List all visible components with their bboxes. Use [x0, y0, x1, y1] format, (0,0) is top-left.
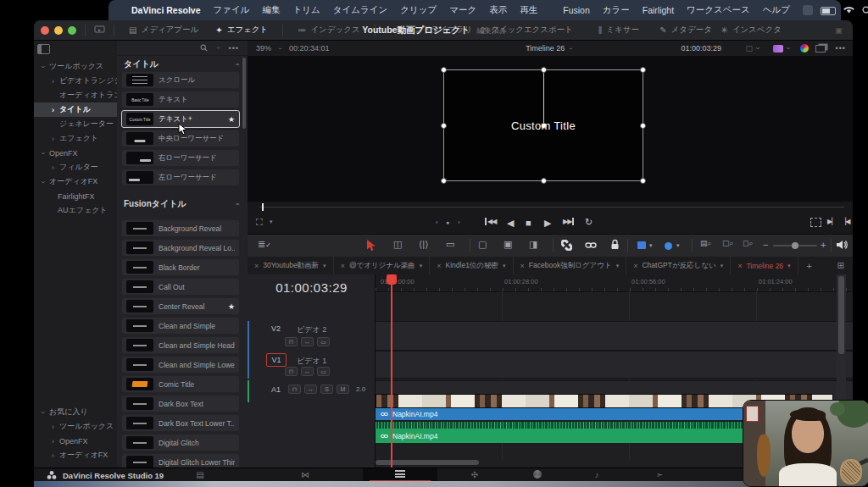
fusion-title-item[interactable]: Background Reveal Lo... [121, 239, 240, 257]
custom-zoom-icon[interactable]: ◻⌕ [743, 239, 754, 248]
color-wheel-icon[interactable] [800, 44, 809, 53]
prev-edit-icon[interactable]: ▕◀ [841, 218, 849, 225]
timeline-tab[interactable]: ×ChatGPTが反応しない▾ [626, 257, 731, 274]
auto-select-icon[interactable]: ↔ [301, 367, 314, 376]
zoom-slider[interactable] [773, 245, 817, 246]
chevron-down-icon[interactable]: ▾ [420, 263, 423, 269]
jog-left-icon[interactable]: ‹ [436, 219, 437, 226]
audio-monitor-speaker-icon[interactable] [836, 240, 848, 250]
auto-select-icon[interactable]: ↔ [304, 385, 317, 394]
close-icon[interactable]: × [254, 262, 259, 270]
zoom-out-icon[interactable]: − [763, 240, 768, 250]
dual-viewer-icon[interactable] [815, 45, 826, 53]
timeline-view-options-icon[interactable]: ≣✓ [258, 239, 271, 250]
menu-workspace[interactable]: ワークスペース [687, 4, 750, 16]
timeline-tab[interactable]: ×30Youtube動画新▾ [248, 257, 334, 274]
stop-button[interactable]: ■ [526, 218, 531, 228]
close-icon[interactable]: × [737, 262, 742, 270]
close-icon[interactable]: × [437, 262, 441, 270]
go-to-end-button[interactable]: ▶▶ [563, 218, 574, 225]
timeline-ruler[interactable]: 01:00:00:00 01:00:28:00 01:00:56:00 01:0… [376, 274, 853, 292]
chevron-down-icon[interactable]: › [214, 44, 222, 52]
sidebar-item-video-transitions[interactable]: ›ビデオトランジシ... [34, 74, 117, 88]
timeline-tab-active[interactable]: ×Timeline 26▾ [731, 257, 798, 274]
collapse-section-icon[interactable]: › [233, 61, 242, 69]
track-lock-icon[interactable]: ⊓ [285, 367, 298, 376]
fusion-title-item[interactable]: Digital Glitch [121, 434, 240, 451]
fusion-titles-section-header[interactable]: Fusionタイトル › [124, 198, 241, 210]
close-icon[interactable]: × [633, 262, 637, 270]
position-lock-icon[interactable] [610, 239, 620, 250]
viewer-canvas[interactable]: Custom Title [248, 56, 853, 202]
chevron-down-icon[interactable]: ▾ [721, 263, 724, 269]
fusion-title-item[interactable]: Center Reveal★ [121, 297, 240, 315]
mute-button[interactable]: M [337, 385, 349, 394]
collapse-section-icon[interactable]: › [233, 201, 242, 208]
fusion-title-item[interactable]: Clean and Simple Lowe... [121, 356, 240, 374]
media-page-icon[interactable]: ▤ [193, 470, 207, 480]
chevron-down-icon[interactable]: ▾ [323, 263, 326, 269]
linked-selection-icon[interactable] [585, 241, 597, 250]
menu-timeline[interactable]: タイムライン [333, 4, 387, 16]
clip-color-icon[interactable] [773, 45, 783, 53]
track-lock-icon[interactable]: ⊓ [288, 385, 301, 394]
menubar-app-name[interactable]: DaVinci Resolve [131, 5, 201, 15]
sidebar-item-audiofx[interactable]: ›オーディオFX [34, 174, 117, 189]
replace-clip-icon[interactable]: ◨ [529, 239, 537, 250]
window-close-button[interactable] [41, 26, 49, 35]
timeline-tab[interactable]: ×@でオリジナル楽曲▾ [334, 257, 431, 274]
detail-zoom-icon[interactable]: ▢⌕ [722, 239, 734, 248]
deliver-page-icon[interactable]: ➣ [653, 470, 666, 480]
sidebar-fav-audiofx[interactable]: ›オーディオFX [34, 448, 117, 462]
menu-mark[interactable]: マーク [449, 4, 476, 16]
viewer-scrub-bar[interactable] [248, 202, 853, 212]
sidebar-item-fairlightfx[interactable]: FairlightFX [34, 189, 117, 203]
jog-wheel-icon[interactable]: ● [446, 219, 449, 225]
sidebar-item-filters[interactable]: ›フィルター [34, 160, 117, 174]
fusion-title-item[interactable]: Dark Box Text Lower T... [121, 414, 240, 432]
timeline-tab[interactable]: ×Kindle1位の秘密▾ [430, 257, 513, 274]
resize-handle-e[interactable] [640, 123, 646, 129]
metadata-toggle-button[interactable]: ✎ メタデータ [659, 25, 712, 36]
color-page-icon[interactable] [531, 470, 544, 480]
menu-view[interactable]: 表示 [489, 4, 507, 16]
chevron-down-icon[interactable]: ▾ [649, 242, 653, 249]
timeline-list-icon[interactable]: ⊞ [837, 261, 844, 270]
resize-handle-nw[interactable] [441, 67, 447, 73]
fusion-title-item[interactable]: Background Reveal [121, 219, 240, 237]
search-icon[interactable] [200, 44, 208, 52]
full-extent-zoom-icon[interactable]: ▤⌕ [700, 239, 712, 248]
title-overlay-text[interactable]: Custom Title [511, 119, 576, 132]
viewer-zoom-select[interactable]: 39% [256, 44, 271, 53]
sidebar-item-toolbox[interactable]: ›ツールボックス [34, 59, 117, 74]
fusion-title-item[interactable]: Call Out [121, 278, 240, 296]
fusion-title-item[interactable]: Comic Title [121, 375, 240, 393]
sidebar-item-generators[interactable]: ジェネレーター [34, 117, 117, 131]
sidebar-item-titles[interactable]: ›タイトル [34, 102, 117, 117]
menu-clip[interactable]: クリップ [400, 4, 437, 16]
resize-handle-s[interactable] [541, 178, 547, 184]
favorite-star-icon[interactable]: ★ [228, 302, 235, 311]
add-timeline-tab-button[interactable]: + [798, 257, 821, 274]
dynamic-trim-mode-icon[interactable]: ⟨|⟩ [419, 239, 428, 250]
cut-page-icon[interactable]: ⋈ [298, 470, 312, 480]
fusion-title-item[interactable]: Clean and Simple [121, 317, 240, 335]
sidebar-item-effects[interactable]: ›エフェクト [34, 131, 117, 146]
sidebar-item-audio-transitions[interactable]: オーディオトラン... [34, 88, 117, 102]
title-selection-box[interactable]: Custom Title [443, 69, 643, 181]
menu-edit[interactable]: 編集 [263, 4, 281, 16]
safe-area-icon[interactable]: ⛶ [256, 217, 263, 228]
menu-playback[interactable]: 再生 [520, 4, 537, 16]
panel-collapse-icon[interactable] [37, 44, 50, 54]
match-frame-icon[interactable] [810, 218, 821, 227]
sidebar-item-openfx[interactable]: ›OpenFX [34, 146, 117, 160]
track-lock-icon[interactable]: ⊓ [285, 337, 298, 346]
selection-tool-icon[interactable] [366, 239, 376, 252]
jog-right-icon[interactable]: › [458, 219, 459, 226]
titles-section-header[interactable]: タイトル › [124, 58, 241, 70]
scrub-playhead[interactable] [262, 203, 264, 211]
track-destination-v1[interactable]: V1 [266, 353, 287, 367]
fusion-title-item[interactable]: Clean and Simple Head... [121, 336, 240, 354]
menu-color[interactable]: カラー [603, 4, 630, 16]
window-minimize-button[interactable] [54, 26, 63, 35]
